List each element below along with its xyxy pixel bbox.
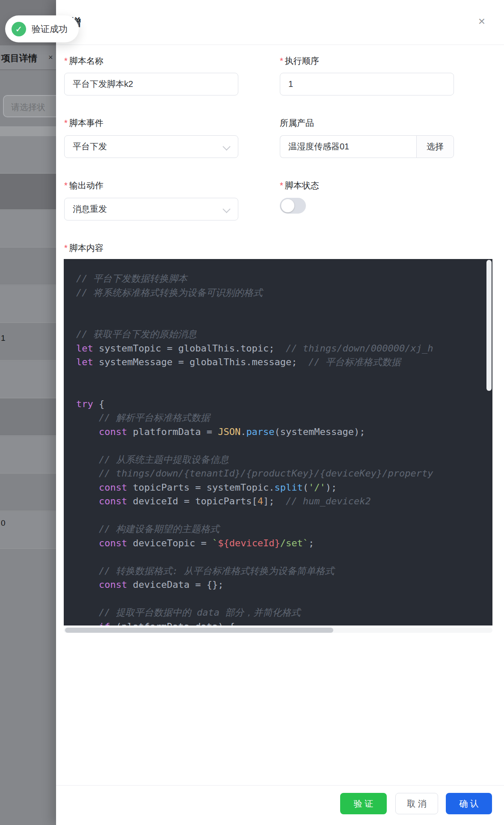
code-token: // things/down/{tenantId}/{productKey}/{… [76, 468, 433, 479]
code-token: // 将系统标准格式转换为设备可识别的格式 [76, 287, 263, 298]
exec-order-label: *执行顺序 [280, 55, 319, 67]
code-line [76, 314, 433, 328]
product-label: 所属产品 [280, 117, 314, 129]
script-status-label: *脚本状态 [280, 180, 319, 191]
code-line: // 提取平台数据中的 data 部分，并简化格式 [76, 606, 433, 620]
code-line [76, 550, 433, 564]
chevron-down-icon [222, 143, 230, 150]
table-row [0, 248, 56, 285]
code-token: ); [326, 482, 337, 493]
script-name-input[interactable]: 平台下发脚本k2 [64, 73, 238, 95]
code-token [76, 538, 99, 548]
code-token: topicParts = systemTopic. [127, 482, 274, 493]
code-token: // 解析平台标准格式数据 [76, 412, 210, 423]
code-token: parse [246, 426, 274, 437]
table-row [0, 361, 56, 398]
code-line: // 平台下发数据转换脚本 [76, 272, 433, 286]
code-token: deviceId = topicParts[ [127, 496, 258, 506]
required-star: * [64, 243, 68, 253]
code-token: // 转换数据格式: 从平台标准格式转换为设备简单格式 [76, 566, 334, 576]
code-token: JSON [218, 426, 240, 437]
code-token [76, 621, 99, 626]
tab-close-icon[interactable]: × [48, 53, 53, 62]
output-action-value: 消息重发 [73, 204, 107, 214]
table-row [0, 136, 56, 173]
code-line: const deviceTopic = `${deviceId}/set`; [76, 536, 433, 551]
add-script-drawer: 增 × *脚本名称 平台下发脚本k2 *执行顺序 1 *脚本事件 平台下发 所属… [56, 0, 504, 825]
code-line: try { [76, 397, 433, 411]
table-row [0, 286, 56, 323]
code-token: 4 [258, 496, 263, 506]
table-row [0, 512, 56, 549]
code-line: const deviceData = {}; [76, 578, 433, 592]
confirm-button[interactable]: 确 认 [446, 793, 492, 814]
table-row [0, 399, 56, 436]
code-line: // 解析平台标准格式数据 [76, 411, 433, 425]
code-token: deviceTopic = [127, 538, 212, 548]
code-line: // 从系统主题中提取设备信息 [76, 453, 433, 467]
output-action-select[interactable]: 消息重发 [64, 198, 238, 220]
vertical-scrollbar[interactable] [486, 260, 492, 391]
code-token: ]; [263, 496, 286, 506]
exec-order-input[interactable]: 1 [280, 73, 454, 95]
close-icon[interactable]: × [473, 13, 490, 30]
code-token: // 提取平台数据中的 data 部分，并简化格式 [76, 607, 300, 618]
code-line [76, 300, 433, 314]
code-token: const [99, 579, 127, 590]
table-row [0, 549, 56, 626]
code-line: const platformData = JSON.parse(systemMe… [76, 425, 433, 439]
tab-project-detail[interactable]: 项目详情 [1, 52, 37, 64]
code-token: // hum_devicek2 [286, 496, 371, 506]
code-line [76, 509, 433, 523]
required-star: * [64, 118, 68, 128]
code-token: let [76, 343, 93, 354]
verify-button[interactable]: 验 证 [340, 793, 387, 814]
code-token: ; [308, 538, 314, 548]
code-token: platformData = [127, 426, 218, 437]
status-filter-select[interactable]: 请选择状 [3, 95, 56, 117]
script-event-select[interactable]: 平台下发 [64, 135, 238, 158]
table-cell-value: 0 [1, 518, 6, 528]
code-line: // 构建设备期望的主题格式 [76, 522, 433, 536]
code-line [76, 592, 433, 606]
code-editor[interactable]: // 平台下发数据转换脚本// 将系统标准格式转换为设备可识别的格式// 获取平… [64, 259, 492, 625]
horizontal-scrollbar[interactable] [65, 628, 333, 633]
code-token: (platformData.data) { [110, 621, 234, 626]
code-editor-content: // 平台下发数据转换脚本// 将系统标准格式转换为设备可识别的格式// 获取平… [76, 272, 433, 625]
product-select-button[interactable]: 选择 [416, 135, 454, 158]
drawer-header: 增 × [56, 0, 504, 45]
code-token [76, 482, 99, 493]
code-line: if (platformData.data) { [76, 620, 433, 626]
code-token: const [99, 496, 127, 506]
drawer-footer: 验 证 取 消 确 认 [56, 785, 504, 825]
code-token: split [275, 482, 303, 493]
code-token: systemMessage = globalThis.message; [93, 357, 308, 367]
output-action-label: *输出动作 [64, 180, 104, 191]
cancel-button[interactable]: 取 消 [395, 793, 438, 814]
code-line: const topicParts = systemTopic.split('/'… [76, 481, 433, 495]
code-token: '/' [308, 482, 326, 493]
code-line [76, 439, 433, 453]
required-star: * [280, 181, 283, 190]
required-star: * [280, 56, 283, 66]
table-row [0, 174, 56, 210]
script-content-label: *脚本内容 [64, 242, 104, 254]
code-token: // 平台标准格式数据 [308, 357, 401, 367]
table-row [0, 436, 56, 474]
table-row [0, 474, 56, 511]
table-row [0, 323, 56, 360]
code-token: const [99, 538, 127, 548]
script-event-value: 平台下发 [73, 142, 107, 151]
code-token [76, 426, 99, 437]
code-line: let systemTopic = globalThis.topic; // t… [76, 342, 433, 356]
status-filter-placeholder: 请选择状 [11, 101, 45, 113]
required-star: * [64, 56, 68, 66]
chevron-down-icon [222, 205, 230, 213]
product-input[interactable]: 温湿度传感器01 [280, 135, 416, 158]
code-token: // 平台下发数据转换脚本 [76, 273, 187, 284]
code-line: const deviceId = topicParts[4]; // hum_d… [76, 494, 433, 509]
script-status-toggle[interactable] [280, 198, 306, 214]
script-event-label: *脚本事件 [64, 117, 104, 129]
table-cell-value: 1 [1, 334, 6, 343]
code-token: try [76, 399, 93, 409]
